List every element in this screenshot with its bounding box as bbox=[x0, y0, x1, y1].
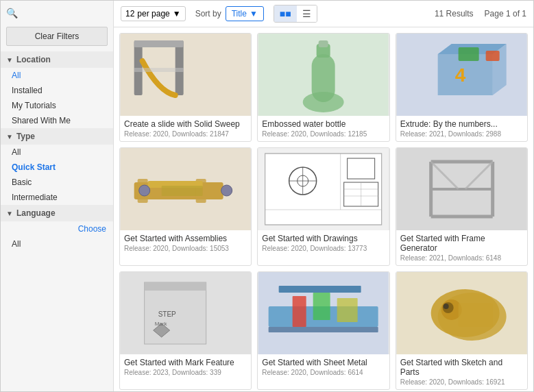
grid-area: Create a slide with Solid Sweep Release:… bbox=[114, 27, 533, 391]
card-title: Get Started with Sketch and Parts bbox=[400, 358, 523, 377]
tutorial-card[interactable]: Get Started with Drawings Release: 2020,… bbox=[257, 147, 389, 266]
grid-view-button[interactable]: ■■ bbox=[274, 5, 297, 22]
svg-text:4: 4 bbox=[454, 64, 465, 86]
svg-rect-15 bbox=[458, 47, 478, 61]
results-info: 11 Results Page 1 of 1 bbox=[435, 9, 526, 19]
tutorial-card[interactable]: STEP Mark Get Started with Mark Feature … bbox=[119, 271, 252, 390]
per-page-chevron-icon: ▼ bbox=[173, 9, 181, 19]
svg-rect-65 bbox=[458, 303, 492, 327]
tutorial-card[interactable]: Create a slide with Solid Sweep Release:… bbox=[119, 33, 252, 142]
sidebar-item-installed[interactable]: Installed bbox=[1, 83, 113, 98]
card-info: Get Started with Sketch and Parts Releas… bbox=[396, 354, 527, 389]
per-page-value: 12 bbox=[125, 9, 134, 19]
card-title: Get Started with Frame Generator bbox=[400, 234, 523, 253]
sidebar-item-location-all[interactable]: All bbox=[1, 68, 113, 83]
tutorial-grid: Create a slide with Solid Sweep Release:… bbox=[119, 33, 528, 390]
svg-rect-16 bbox=[485, 51, 499, 61]
card-info: Embossed water bottle Release: 2020, Dow… bbox=[258, 116, 389, 141]
sidebar-item-type-all[interactable]: All bbox=[1, 145, 113, 160]
card-title: Extrude: By the numbers... bbox=[400, 119, 523, 129]
card-info: Get Started with Sheet Metal Release: 20… bbox=[258, 354, 389, 380]
tutorial-card[interactable]: Get Started with Assemblies Release: 202… bbox=[119, 147, 252, 266]
sort-select[interactable]: Title ▼ bbox=[226, 6, 264, 21]
card-meta: Release: 2020, Downloads: 21847 bbox=[124, 130, 247, 138]
tutorial-card[interactable]: Get Started with Sketch and Parts Releas… bbox=[396, 271, 528, 390]
card-title: Get Started with Mark Feature bbox=[124, 358, 247, 367]
card-title: Get Started with Assemblies bbox=[124, 234, 247, 243]
card-title: Get Started with Drawings bbox=[262, 234, 385, 243]
language-chevron-icon: ▼ bbox=[6, 210, 13, 217]
type-section-label: Type bbox=[16, 132, 35, 141]
svg-text:STEP: STEP bbox=[158, 310, 176, 318]
card-meta: Release: 2020, Downloads: 12185 bbox=[262, 130, 385, 138]
card-info: Extrude: By the numbers... Release: 2021… bbox=[396, 116, 527, 141]
tutorial-card[interactable]: Embossed water bottle Release: 2020, Dow… bbox=[257, 33, 389, 142]
language-choose-link[interactable]: Choose bbox=[1, 221, 113, 236]
card-title: Embossed water bottle bbox=[262, 119, 385, 129]
card-thumbnail bbox=[120, 148, 251, 230]
svg-rect-55 bbox=[269, 327, 378, 332]
card-meta: Release: 2023, Downloads: 339 bbox=[124, 369, 247, 376]
svg-rect-58 bbox=[337, 298, 358, 322]
tutorial-card[interactable]: Get Started with Frame Generator Release… bbox=[396, 147, 528, 266]
per-page-label: per page bbox=[137, 9, 169, 19]
svg-point-23 bbox=[221, 185, 232, 196]
page-info: Page 1 of 1 bbox=[485, 9, 526, 19]
list-view-button[interactable]: ☰ bbox=[297, 5, 317, 22]
svg-rect-56 bbox=[293, 296, 306, 327]
type-section-header[interactable]: ▼ Type bbox=[1, 128, 113, 145]
sidebar-item-quick-start[interactable]: Quick Start bbox=[1, 160, 113, 175]
svg-text:Mark: Mark bbox=[155, 321, 168, 327]
svg-point-22 bbox=[139, 185, 150, 196]
card-info: Get Started with Mark Feature Release: 2… bbox=[120, 354, 251, 380]
card-thumbnail bbox=[120, 34, 251, 116]
card-thumbnail: 4 bbox=[396, 34, 527, 116]
svg-rect-57 bbox=[313, 293, 330, 320]
svg-rect-4 bbox=[134, 68, 184, 72]
card-thumbnail bbox=[258, 148, 389, 230]
card-info: Create a slide with Solid Sweep Release:… bbox=[120, 116, 251, 141]
card-thumbnail: STEP Mark bbox=[120, 272, 251, 354]
language-section-header[interactable]: ▼ Language bbox=[1, 205, 113, 221]
results-count: 11 Results bbox=[435, 9, 474, 19]
svg-rect-3 bbox=[134, 40, 184, 47]
card-thumbnail bbox=[258, 272, 389, 354]
card-title: Get Started with Sheet Metal bbox=[262, 358, 385, 367]
svg-rect-9 bbox=[319, 40, 328, 47]
main-content: 12 per page ▼ Sort by Title ▼ ■■ ☰ 11 Re… bbox=[114, 1, 533, 391]
search-icon: 🔍 bbox=[6, 8, 18, 19]
svg-rect-54 bbox=[279, 286, 361, 293]
language-section-label: Language bbox=[16, 208, 56, 218]
card-meta: Release: 2020, Downloads: 15053 bbox=[124, 245, 247, 252]
sidebar-item-my-tutorials[interactable]: My Tutorials bbox=[1, 98, 113, 113]
sort-chevron-icon: ▼ bbox=[250, 9, 258, 19]
card-info: Get Started with Frame Generator Release… bbox=[396, 230, 527, 265]
card-meta: Release: 2021, Downloads: 6148 bbox=[400, 254, 523, 262]
sidebar-item-intermediate[interactable]: Intermediate bbox=[1, 190, 113, 205]
sidebar-item-shared-with-me[interactable]: Shared With Me bbox=[1, 113, 113, 128]
view-toggle: ■■ ☰ bbox=[274, 5, 317, 23]
location-chevron-icon: ▼ bbox=[6, 56, 13, 64]
svg-rect-49 bbox=[145, 282, 206, 291]
card-info: Get Started with Drawings Release: 2020,… bbox=[258, 230, 389, 256]
toolbar: 12 per page ▼ Sort by Title ▼ ■■ ☰ 11 Re… bbox=[114, 1, 533, 27]
location-section-label: Location bbox=[16, 55, 51, 64]
sidebar-item-basic[interactable]: Basic bbox=[1, 175, 113, 190]
tutorial-card[interactable]: 4 Extrude: By the numbers... Release: 20… bbox=[396, 33, 528, 142]
clear-filters-button[interactable]: Clear Filters bbox=[6, 27, 108, 46]
svg-rect-7 bbox=[312, 54, 335, 102]
card-thumbnail bbox=[396, 148, 527, 230]
sort-value: Title bbox=[232, 9, 247, 19]
tutorial-card[interactable]: Get Started with Sheet Metal Release: 20… bbox=[257, 271, 389, 390]
sidebar-item-language-all[interactable]: All bbox=[1, 236, 113, 252]
card-meta: Release: 2021, Downloads: 2988 bbox=[400, 130, 523, 138]
type-chevron-icon: ▼ bbox=[6, 133, 13, 140]
per-page-select[interactable]: 12 per page ▼ bbox=[121, 6, 186, 21]
card-title: Create a slide with Solid Sweep bbox=[124, 119, 247, 129]
location-section-header[interactable]: ▼ Location bbox=[1, 51, 113, 68]
search-bar: 🔍 bbox=[1, 5, 113, 21]
card-thumbnail bbox=[258, 34, 389, 116]
card-info: Get Started with Assemblies Release: 202… bbox=[120, 230, 251, 256]
sort-by-label: Sort by bbox=[195, 9, 221, 19]
svg-rect-24 bbox=[162, 186, 203, 196]
